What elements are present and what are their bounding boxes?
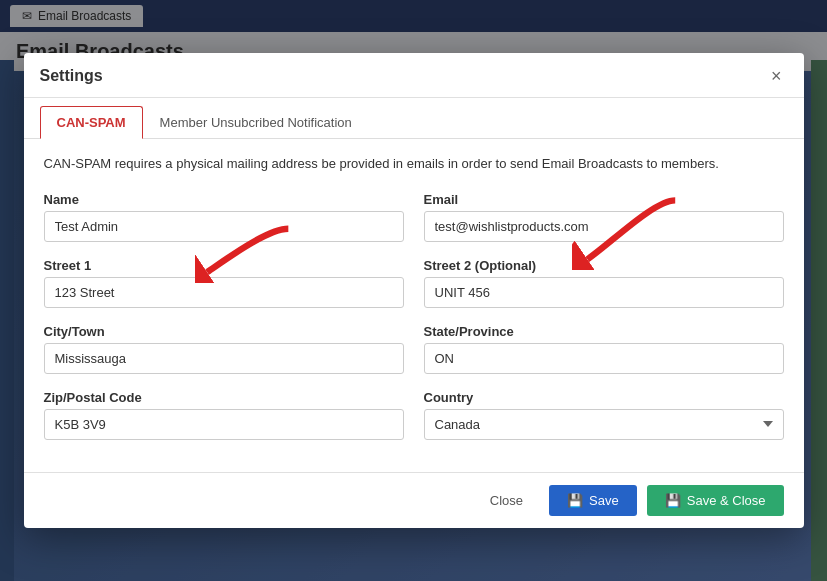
street1-label: Street 1 — [44, 258, 404, 273]
form-group-email: Email — [424, 192, 784, 242]
form-row-name-email: Name Email — [44, 192, 784, 242]
state-label: State/Province — [424, 324, 784, 339]
save-label: Save — [589, 493, 619, 508]
zip-label: Zip/Postal Code — [44, 390, 404, 405]
save-close-label: Save & Close — [687, 493, 766, 508]
form-group-street2: Street 2 (Optional) — [424, 258, 784, 308]
city-label: City/Town — [44, 324, 404, 339]
country-select[interactable]: Canada United States United Kingdom — [424, 409, 784, 440]
city-input[interactable] — [44, 343, 404, 374]
street2-input[interactable] — [424, 277, 784, 308]
form-row-city-state: City/Town State/Province — [44, 324, 784, 374]
info-text: CAN-SPAM requires a physical mailing add… — [44, 155, 784, 173]
tabs-row: CAN-SPAM Member Unsubcribed Notification — [24, 98, 804, 139]
modal-close-button[interactable]: × — [765, 65, 788, 87]
street2-label: Street 2 (Optional) — [424, 258, 784, 273]
close-button[interactable]: Close — [474, 485, 539, 516]
email-input[interactable] — [424, 211, 784, 242]
form-group-name: Name — [44, 192, 404, 242]
save-icon: 💾 — [567, 493, 583, 508]
zip-input[interactable] — [44, 409, 404, 440]
tab-can-spam[interactable]: CAN-SPAM — [40, 106, 143, 139]
form-group-state: State/Province — [424, 324, 784, 374]
form-row-streets: Street 1 Street 2 (Optional) — [44, 258, 784, 308]
form-group-city: City/Town — [44, 324, 404, 374]
save-button[interactable]: 💾 Save — [549, 485, 637, 516]
email-label: Email — [424, 192, 784, 207]
country-label: Country — [424, 390, 784, 405]
street1-input[interactable] — [44, 277, 404, 308]
state-input[interactable] — [424, 343, 784, 374]
name-input[interactable] — [44, 211, 404, 242]
tab-member-unsubscribed[interactable]: Member Unsubcribed Notification — [143, 106, 369, 139]
settings-modal: Settings × CAN-SPAM Member Unsubcribed N… — [24, 53, 804, 527]
modal-body: CAN-SPAM requires a physical mailing add… — [24, 139, 804, 471]
name-label: Name — [44, 192, 404, 207]
modal-footer: Close 💾 Save 💾 Save & Close — [24, 472, 804, 528]
form-group-street1: Street 1 — [44, 258, 404, 308]
modal-header: Settings × — [24, 53, 804, 98]
form-group-country: Country Canada United States United King… — [424, 390, 784, 440]
save-close-button[interactable]: 💾 Save & Close — [647, 485, 784, 516]
form-group-zip: Zip/Postal Code — [44, 390, 404, 440]
save-close-icon: 💾 — [665, 493, 681, 508]
form-row-zip-country: Zip/Postal Code Country Canada United St… — [44, 390, 784, 440]
modal-title: Settings — [40, 67, 103, 85]
modal-overlay: Settings × CAN-SPAM Member Unsubcribed N… — [0, 0, 827, 581]
